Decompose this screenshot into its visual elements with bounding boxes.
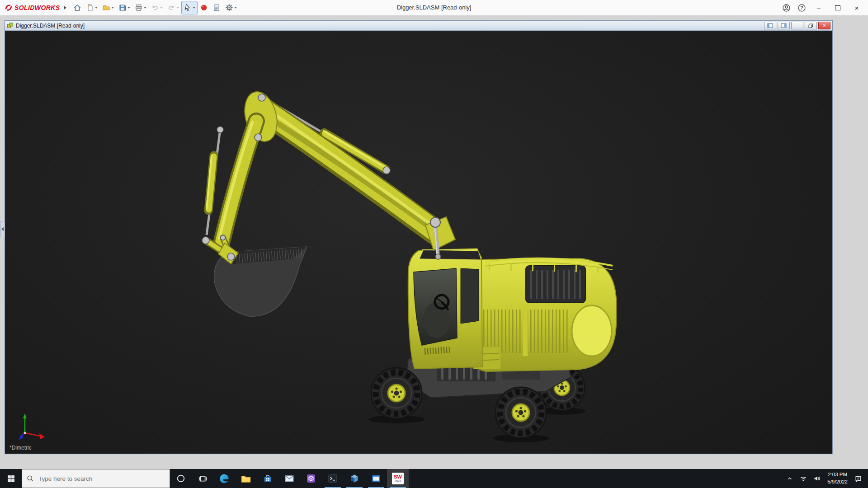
print-button[interactable] — [132, 1, 149, 14]
document-window-controls: – × — [764, 22, 830, 29]
start-button[interactable] — [0, 469, 22, 488]
redo-icon — [167, 4, 175, 12]
clock-time: 2:03 PM — [828, 471, 847, 479]
gear-icon — [225, 4, 233, 12]
home-button[interactable] — [71, 1, 84, 14]
options-button[interactable] — [223, 1, 239, 14]
taskbar-app-console[interactable] — [322, 469, 344, 488]
undo-button[interactable] — [149, 1, 165, 14]
machine-body — [473, 258, 616, 371]
document-titlebar[interactable]: Digger.SLDASM [Read-only] — [5, 21, 832, 31]
minimize-button[interactable]: – — [809, 0, 828, 15]
maximize-button[interactable] — [828, 0, 847, 15]
action-center-icon — [854, 475, 862, 483]
app-title: Digger.SLDASM [Read-only] — [397, 0, 472, 15]
windows-logo-icon — [7, 475, 15, 483]
mail-icon — [284, 473, 295, 484]
appbar-right: ? – × — [778, 0, 866, 15]
sw-year: 2021 — [395, 480, 401, 483]
user-icon — [782, 4, 791, 12]
svg-text:?: ? — [800, 5, 803, 10]
maximize-icon — [835, 5, 840, 10]
taskbar-clock[interactable]: 2:03 PM 5/9/2022 — [824, 471, 851, 485]
ds-logo-icon — [5, 4, 13, 12]
pane-right-icon — [781, 23, 787, 28]
view-orientation-label: *Dimetric — [9, 445, 32, 451]
brand-text: SOLIDWORKS — [14, 4, 60, 11]
account-button[interactable] — [778, 1, 794, 14]
taskbar: SW 2021 — [0, 469, 868, 488]
red-sphere-icon — [200, 4, 208, 12]
taskbar-app-solidworks[interactable]: SW 2021 — [387, 469, 409, 488]
close-button[interactable]: × — [847, 0, 866, 15]
screen: SOLIDWORKS — [0, 0, 868, 488]
search-input[interactable] — [38, 475, 143, 483]
doc-minimize-button[interactable]: – — [791, 22, 803, 29]
save-icon — [118, 4, 127, 12]
print-icon — [135, 4, 143, 12]
window-layout-button-1[interactable] — [764, 22, 776, 29]
print-dropdown-caret[interactable] — [144, 7, 146, 9]
open-folder-icon — [102, 4, 110, 12]
3d-viewport[interactable]: *Dimetric — [5, 31, 832, 454]
window-layout-button-2[interactable] — [778, 22, 790, 29]
help-icon: ? — [797, 4, 806, 12]
new-document-button[interactable] — [84, 1, 100, 14]
solidworks-logo: SOLIDWORKS — [2, 4, 62, 12]
panel-collapse-arrow[interactable] — [0, 221, 5, 237]
solidworks-app-icon: SW 2021 — [392, 473, 404, 484]
taskbar-search[interactable] — [22, 469, 170, 488]
action-center-button[interactable] — [851, 475, 865, 483]
menu-flyout-arrow[interactable] — [64, 6, 66, 9]
help-button[interactable]: ? — [794, 1, 809, 14]
taskbar-app-edge[interactable] — [213, 469, 235, 488]
undo-dropdown-caret[interactable] — [160, 7, 163, 9]
home-icon — [73, 4, 81, 12]
open-button[interactable] — [100, 1, 116, 14]
new-dropdown-caret[interactable] — [95, 7, 98, 9]
task-view-icon — [198, 474, 207, 483]
redo-button[interactable] — [165, 1, 181, 14]
redo-dropdown-caret[interactable] — [176, 7, 179, 9]
save-button[interactable] — [116, 1, 132, 14]
edge-icon — [219, 473, 230, 484]
taskbar-app-store[interactable] — [257, 469, 278, 488]
blue-window-icon — [371, 473, 382, 484]
cortana-button[interactable] — [170, 469, 192, 488]
store-icon — [262, 473, 273, 484]
tray-overflow-button[interactable] — [783, 475, 797, 482]
taskbar-app-file-explorer[interactable] — [235, 469, 257, 488]
select-dropdown-caret[interactable] — [193, 7, 195, 9]
options-dropdown-caret[interactable] — [234, 7, 237, 9]
cab — [408, 249, 482, 369]
network-button[interactable] — [797, 475, 810, 482]
3d-viewer-icon — [306, 473, 316, 484]
doc-close-button[interactable]: × — [818, 22, 830, 29]
doc-restore-button[interactable] — [805, 22, 817, 29]
open-dropdown-caret[interactable] — [111, 7, 114, 9]
triad-y-axis — [23, 413, 27, 418]
taskbar-app-mail[interactable] — [278, 469, 300, 488]
file-properties-button[interactable] — [210, 1, 223, 14]
task-view-button[interactable] — [192, 469, 213, 488]
select-cursor-icon — [184, 4, 192, 12]
file-explorer-icon — [241, 473, 251, 484]
left-arrow-icon — [1, 227, 4, 231]
volume-button[interactable] — [810, 475, 824, 482]
undo-icon — [151, 4, 159, 12]
select-tool-button[interactable] — [181, 1, 198, 14]
new-document-icon — [86, 4, 94, 12]
console-icon — [327, 473, 338, 484]
assembly-document-icon — [7, 22, 14, 29]
orientation-triad — [15, 410, 48, 443]
lifecycle-button[interactable] — [198, 1, 210, 14]
document-title: Digger.SLDASM [Read-only] — [16, 23, 85, 29]
save-dropdown-caret[interactable] — [127, 7, 130, 9]
file-properties-icon — [212, 4, 221, 12]
taskbar-app-edrawings[interactable] — [344, 469, 365, 488]
taskbar-app-blue-window[interactable] — [365, 469, 387, 488]
app-titlebar: SOLIDWORKS — [0, 0, 868, 16]
document-window: Digger.SLDASM [Read-only] — [5, 20, 833, 454]
taskbar-app-3d-viewer[interactable] — [300, 469, 322, 488]
cad-cube-icon — [349, 473, 360, 484]
